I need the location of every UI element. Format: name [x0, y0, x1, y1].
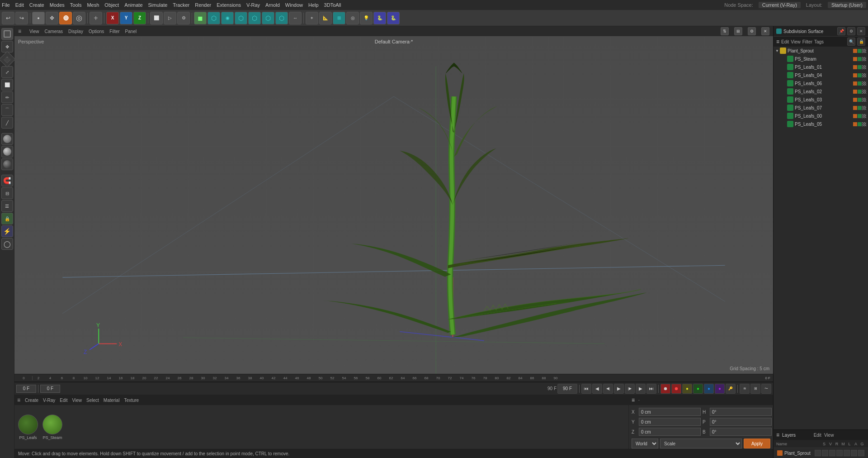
tool-lock[interactable]: 🔒: [1, 213, 13, 224]
ps-sq-dots[interactable]: [862, 49, 866, 53]
tool-scale[interactable]: ⤢: [1, 66, 13, 78]
layers-edit[interactable]: Edit: [814, 433, 821, 438]
menu-file[interactable]: File: [2, 2, 10, 8]
viewport-hamburger[interactable]: ≡: [18, 28, 21, 34]
tool-move[interactable]: ✥: [1, 41, 13, 52]
mode-points[interactable]: ●: [32, 12, 45, 24]
layers-view[interactable]: View: [824, 433, 834, 438]
tool-line[interactable]: ╱: [1, 117, 13, 129]
menu-help[interactable]: Help: [308, 2, 319, 8]
light2-btn[interactable]: 💡: [360, 12, 373, 24]
mat-tab-select[interactable]: Select: [86, 398, 99, 403]
add-btn[interactable]: +: [90, 12, 102, 24]
layout-value[interactable]: Startup (User): [828, 2, 866, 8]
python2-btn[interactable]: 🐍: [387, 12, 400, 24]
mat-tab-texture[interactable]: Texture: [124, 398, 139, 403]
pb-key-pos[interactable]: ●: [682, 384, 692, 394]
menu-render[interactable]: Render: [195, 2, 211, 8]
tree-item-ps-leafs-02[interactable]: PS_Leafs_02: [774, 87, 868, 95]
pb-layer-mode[interactable]: ⊞: [750, 384, 760, 394]
arrow-btn[interactable]: ↔: [289, 12, 302, 24]
axis-z[interactable]: Z: [133, 12, 146, 24]
layer-ctrl-m[interactable]: [836, 450, 843, 456]
pb-first-frame[interactable]: ⏮: [581, 384, 591, 394]
tool-pen[interactable]: ✏: [1, 91, 13, 103]
obj-hdr-settings[interactable]: ⚙: [847, 27, 855, 35]
tool-box[interactable]: ⬜: [1, 79, 13, 91]
field-btn[interactable]: ⬡: [275, 12, 288, 24]
menu-animate[interactable]: Animate: [124, 2, 142, 8]
cube-btn[interactable]: ◼: [194, 12, 207, 24]
tree-item-ps-leafs-01[interactable]: PS_Leafs_01: [774, 63, 868, 71]
steam-sq-green[interactable]: [858, 57, 862, 61]
tool-magnet[interactable]: 🧲: [1, 175, 13, 186]
deform-btn[interactable]: ⬡: [248, 12, 261, 24]
obj-hdr-tags[interactable]: Tags: [814, 39, 824, 44]
apply-button[interactable]: Apply: [744, 439, 770, 448]
axis-y[interactable]: Y: [120, 12, 132, 24]
pb-prev-frame[interactable]: ◀: [592, 384, 602, 394]
pb-record-auto[interactable]: ⏺: [660, 384, 670, 394]
menu-3dtoall[interactable]: 3DToAll: [324, 2, 341, 8]
coord-system-select[interactable]: World Object Local: [632, 439, 658, 448]
layers-hamburger[interactable]: ≡: [776, 432, 779, 438]
tool-arch[interactable]: ⌒: [1, 104, 13, 116]
mat-tab-material[interactable]: Material: [104, 398, 120, 403]
current-frame-input[interactable]: [16, 385, 36, 393]
light-btn[interactable]: ⬡: [208, 12, 220, 24]
mode-rotate[interactable]: ⊕: [59, 12, 72, 24]
layer-item-plant-sprout[interactable]: Plant_Sprout: [776, 449, 865, 457]
mat-preview-steam[interactable]: [42, 415, 62, 434]
mat-tab-create[interactable]: Create: [25, 398, 38, 403]
menu-arnold[interactable]: Arnold: [265, 2, 280, 8]
viewport-tab-filter[interactable]: Filter: [109, 29, 119, 34]
viewport-tab-cameras[interactable]: Cameras: [45, 29, 63, 34]
pb-last-frame[interactable]: ⏭: [646, 384, 656, 394]
pb-prev-key[interactable]: ◀|: [603, 384, 613, 394]
tool-select[interactable]: [1, 28, 13, 40]
menu-mesh[interactable]: Mesh: [87, 2, 99, 8]
mode-scale[interactable]: ◎: [73, 12, 85, 24]
material-ps-steam[interactable]: PS_Steam: [42, 415, 62, 440]
menu-edit[interactable]: Edit: [15, 2, 24, 8]
obj-hdr-filter[interactable]: Filter: [802, 39, 812, 44]
obj-search-btn[interactable]: 🔍: [847, 38, 855, 46]
mode-transform[interactable]: ✥: [46, 12, 58, 24]
layer-ctrl-r[interactable]: [829, 450, 835, 456]
tool-stack[interactable]: ☰: [1, 200, 13, 212]
obj-hdr-edit[interactable]: Edit: [781, 39, 789, 44]
coord-p-input[interactable]: [710, 418, 772, 426]
pb-end-input[interactable]: 90 F: [557, 384, 577, 394]
layer-ctrl-s[interactable]: [815, 450, 821, 456]
menu-window[interactable]: Window: [285, 2, 303, 8]
snap2-btn[interactable]: ◎: [346, 12, 359, 24]
tool-layers[interactable]: ⊟: [1, 187, 13, 199]
pb-timeline-mode[interactable]: ≋: [740, 384, 750, 394]
menu-tools[interactable]: Tools: [70, 2, 82, 8]
viewport-ctrl-arrows[interactable]: ⇅: [721, 27, 729, 35]
viewport-tab-view[interactable]: View: [29, 29, 39, 34]
tool-s2[interactable]: [1, 146, 13, 157]
play-render-btn[interactable]: ▷: [164, 12, 176, 24]
tree-item-ps-leafs-05[interactable]: PS_Leafs_05: [774, 120, 868, 128]
undo-button[interactable]: ↩: [2, 12, 14, 24]
menu-simulate[interactable]: Simulate: [148, 2, 168, 8]
pb-play[interactable]: ▶: [614, 384, 624, 394]
render-mode-btn[interactable]: ⬜: [150, 12, 163, 24]
pb-key-par[interactable]: ●: [715, 384, 725, 394]
material-ps-leafs[interactable]: PS_Leafs: [18, 415, 38, 440]
redo-button[interactable]: ↪: [15, 12, 28, 24]
viewport-ctrl-expand[interactable]: ⊞: [734, 27, 742, 35]
viewport-tab-options[interactable]: Options: [89, 29, 104, 34]
tree-item-ps-leafs-00[interactable]: PS_Leafs_00: [774, 112, 868, 120]
viewport[interactable]: Perspective Default Camera·* Grid Spacin…: [14, 36, 773, 374]
obj-hdr-close[interactable]: ✕: [857, 27, 865, 35]
coord-transform-select[interactable]: Scale Move Rotate: [660, 439, 742, 448]
viewport-tab-panel[interactable]: Panel: [125, 29, 137, 34]
layer-ctrl-a[interactable]: [851, 450, 857, 456]
coord-hamburger[interactable]: ≡: [632, 397, 635, 403]
spline-btn[interactable]: ⬡: [235, 12, 247, 24]
axis-x[interactable]: X: [106, 12, 119, 24]
obj-lock-btn[interactable]: 🔒: [857, 38, 865, 46]
steam-sq-dots[interactable]: [862, 57, 866, 61]
